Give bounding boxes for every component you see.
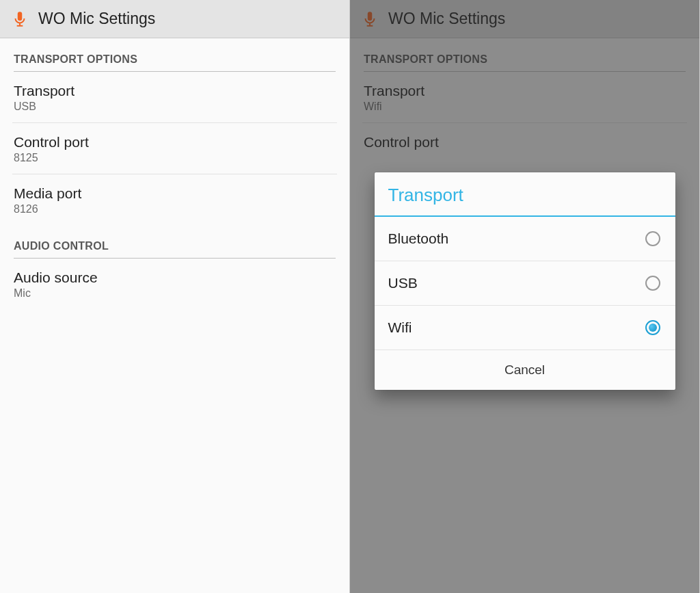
setting-control-port[interactable]: Control port 8125 xyxy=(12,123,337,174)
settings-pane-right: WO Mic Settings TRANSPORT OPTIONS Transp… xyxy=(350,0,700,593)
setting-media-port[interactable]: Media port 8126 xyxy=(12,174,337,225)
setting-value: Mic xyxy=(14,287,336,300)
settings-pane-left: WO Mic Settings TRANSPORT OPTIONS Transp… xyxy=(0,0,350,593)
setting-transport[interactable]: Transport USB xyxy=(12,72,337,123)
radio-icon-selected xyxy=(645,320,660,335)
setting-title: Control port xyxy=(14,134,336,150)
setting-title: Audio source xyxy=(14,269,336,286)
page-title: WO Mic Settings xyxy=(38,10,155,28)
option-usb[interactable]: USB xyxy=(375,261,675,306)
setting-value: 8125 xyxy=(14,152,336,164)
section-header-transport: TRANSPORT OPTIONS xyxy=(0,38,349,71)
setting-value: 8126 xyxy=(14,203,336,215)
app-header: WO Mic Settings xyxy=(0,0,349,38)
option-bluetooth[interactable]: Bluetooth xyxy=(375,217,675,261)
dialog-title: Transport xyxy=(375,172,675,217)
setting-value: USB xyxy=(14,101,336,113)
radio-icon xyxy=(645,276,660,291)
setting-title: Transport xyxy=(14,83,336,99)
cancel-label: Cancel xyxy=(504,363,545,377)
svg-rect-0 xyxy=(18,12,23,21)
mic-icon xyxy=(11,10,29,28)
option-label: Wifi xyxy=(388,319,412,336)
cancel-button[interactable]: Cancel xyxy=(375,350,675,390)
transport-dialog: Transport Bluetooth USB Wifi Cancel xyxy=(375,172,675,390)
setting-audio-source[interactable]: Audio source Mic xyxy=(12,259,337,309)
setting-title: Media port xyxy=(14,185,336,202)
option-label: Bluetooth xyxy=(388,230,449,247)
option-wifi[interactable]: Wifi xyxy=(375,306,675,350)
radio-icon xyxy=(645,231,660,246)
option-label: USB xyxy=(388,275,418,291)
settings-list: TRANSPORT OPTIONS Transport USB Control … xyxy=(0,38,349,593)
section-header-audio: AUDIO CONTROL xyxy=(0,225,349,258)
